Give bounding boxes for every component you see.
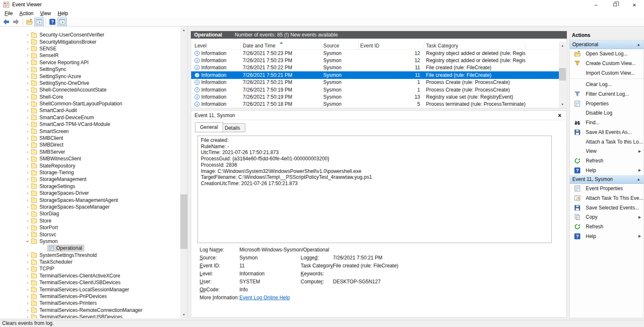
chevron-right-icon[interactable]: ›: [24, 46, 31, 51]
chevron-right-icon[interactable]: ›: [24, 136, 31, 141]
chevron-right-icon[interactable]: ›: [24, 308, 31, 313]
tab-general[interactable]: General: [195, 122, 223, 132]
chevron-down-icon[interactable]: ›: [25, 238, 30, 245]
action-filter-current-log[interactable]: Filter Current Log...: [570, 89, 644, 99]
restore-button[interactable]: [605, 0, 625, 9]
tree-item-storagespaces-driver[interactable]: ›StorageSpaces-Driver: [0, 190, 180, 196]
tree-item-storagemanagement[interactable]: ›StorageManagement: [0, 176, 180, 183]
menu-file[interactable]: File: [1, 10, 16, 17]
chevron-right-icon[interactable]: ›: [24, 294, 31, 299]
menu-action[interactable]: Action: [16, 10, 36, 17]
action-help[interactable]: Help▶: [570, 231, 644, 241]
chevron-right-icon[interactable]: ›: [24, 198, 31, 203]
help-button[interactable]: [48, 18, 57, 26]
chevron-right-icon[interactable]: ›: [24, 232, 31, 237]
chevron-right-icon[interactable]: ›: [24, 115, 31, 120]
tree-item-stordiag[interactable]: ›StorDiag: [0, 210, 180, 217]
tree-item-terminalservices-clientactivexcore[interactable]: ›TerminalServices-ClientActiveXCore: [0, 272, 180, 279]
tree-item-shell-core[interactable]: ›Shell-Core: [0, 94, 180, 100]
column-header-event-id[interactable]: Event ID: [358, 42, 424, 49]
column-header-task-category[interactable]: Task Category: [424, 42, 525, 49]
show-console-tree-button[interactable]: [34, 18, 44, 26]
collapse-icon[interactable]: ▲: [637, 175, 640, 184]
chevron-right-icon[interactable]: ›: [24, 87, 31, 92]
chevron-right-icon[interactable]: ›: [24, 156, 31, 161]
event-row[interactable]: iInformation7/26/2021 7:50:18 PMSysmon5P…: [191, 101, 559, 108]
event-row[interactable]: iInformation7/26/2021 7:50:19 PMSysmon13…: [191, 93, 559, 100]
event-row[interactable]: iInformation7/26/2021 7:50:21 PMSysmon1P…: [191, 79, 559, 86]
action-open-saved-log[interactable]: Open Saved Log...: [570, 49, 644, 59]
chevron-right-icon[interactable]: ›: [24, 204, 31, 209]
column-header-level[interactable]: Level: [193, 42, 241, 49]
tree-item-securitymitigationsbroker[interactable]: ›SecurityMitigationsBroker: [0, 38, 180, 45]
chevron-right-icon[interactable]: ›: [24, 287, 31, 292]
tree-item-store[interactable]: ›Store: [0, 217, 180, 224]
chevron-right-icon[interactable]: ›: [24, 225, 31, 230]
action-view[interactable]: View▶: [570, 146, 644, 156]
tree-item-storagesettings[interactable]: ›StorageSettings: [0, 183, 180, 190]
chevron-right-icon[interactable]: ›: [24, 184, 31, 189]
chevron-right-icon[interactable]: ›: [24, 129, 31, 134]
tree-item-shellcommon-startlayoutpopulation[interactable]: ›ShellCommon-StartLayoutPopulation: [0, 100, 180, 107]
forward-button[interactable]: [11, 18, 21, 26]
tree-item-smartcard-deviceenum[interactable]: ›SmartCard-DeviceEnum: [0, 114, 180, 121]
event-log-online-help-link[interactable]: Event Log Online Help: [239, 294, 290, 302]
tree-item-smartcard-tpm-vcard-module[interactable]: ›SmartCard-TPM-VCard-Module: [0, 121, 180, 128]
details-close-icon[interactable]: ×: [558, 111, 561, 120]
tree-item-systemsettingsthreshold[interactable]: ›SystemSettingsThreshold: [0, 252, 180, 259]
chevron-right-icon[interactable]: ›: [24, 142, 31, 147]
chevron-right-icon[interactable]: ›: [24, 39, 31, 44]
chevron-right-icon[interactable]: ›: [24, 266, 31, 271]
chevron-right-icon[interactable]: ›: [24, 81, 31, 86]
tree-item-terminalservices-clientusbdevices[interactable]: ›TerminalServices-ClientUSBDevices: [0, 279, 180, 286]
event-row[interactable]: iInformation7/26/2021 7:50:19 PMSysmon1P…: [191, 86, 559, 93]
menu-help[interactable]: Help: [55, 10, 72, 17]
chevron-right-icon[interactable]: ›: [24, 314, 31, 318]
tree-item-terminalservices-remoteconnectionmanager[interactable]: ›TerminalServices-RemoteConnectionManage…: [0, 307, 180, 314]
action-attach-task-to-this-eve[interactable]: Attach Task To This Eve...: [570, 194, 644, 203]
action-help[interactable]: Help▶: [570, 165, 644, 175]
action-find[interactable]: Find...: [570, 118, 644, 128]
action-create-custom-view[interactable]: Create Custom View...: [570, 59, 644, 68]
tree-item-storagespaces-managementagent[interactable]: ›StorageSpaces-ManagementAgent: [0, 196, 180, 203]
chevron-right-icon[interactable]: ›: [24, 191, 31, 196]
chevron-right-icon[interactable]: ›: [24, 177, 31, 182]
event-list-scrollbar[interactable]: ▲ ▼: [559, 42, 566, 108]
tree-item-operational[interactable]: ›Operational: [0, 245, 180, 251]
chevron-right-icon[interactable]: ›: [24, 163, 31, 168]
tree-item-taskscheduler[interactable]: ›TaskScheduler: [0, 259, 180, 265]
tree-item-sysmon[interactable]: ›Sysmon: [0, 238, 180, 245]
tree-item-settingsync-onedrive[interactable]: ›SettingSync-OneDrive: [0, 80, 180, 86]
scroll-down-icon[interactable]: ▼: [180, 311, 187, 318]
tree-item-sense[interactable]: ›SENSE: [0, 45, 180, 52]
column-header-date-and-time[interactable]: Date and Time: [241, 42, 322, 49]
tab-details[interactable]: Details: [220, 123, 245, 132]
event-row[interactable]: iInformation7/26/2021 7:50:21 PMSysmon11…: [191, 71, 559, 78]
chevron-right-icon[interactable]: ›: [24, 280, 31, 285]
chevron-right-icon[interactable]: ›: [24, 259, 31, 264]
collapse-icon[interactable]: ▲: [637, 40, 640, 49]
scroll-down-icon[interactable]: ▼: [559, 101, 566, 108]
tree-item-terminalservices-serverusbdevices[interactable]: ›TerminalServices-ServerUSBDevices: [0, 314, 180, 318]
tree-item-storage-tiering[interactable]: ›Storage-Tiering: [0, 169, 180, 176]
tree-item-terminalservices-pnpdevices[interactable]: ›TerminalServices-PnPDevices: [0, 293, 180, 300]
chevron-right-icon[interactable]: ›: [24, 67, 31, 72]
action-refresh[interactable]: Refresh: [570, 156, 644, 166]
event-row[interactable]: iInformation7/26/2021 7:50:23 PMSysmon12…: [191, 57, 559, 64]
scroll-thumb[interactable]: [559, 68, 566, 81]
tree-item-staterepository[interactable]: ›StateRepository: [0, 162, 180, 169]
tree-item-senseir[interactable]: ›SenseIR: [0, 52, 180, 59]
chevron-right-icon[interactable]: ›: [24, 74, 31, 79]
action-properties[interactable]: Properties: [570, 99, 644, 108]
chevron-right-icon[interactable]: ›: [24, 101, 31, 106]
scroll-up-icon[interactable]: ▲: [180, 26, 187, 34]
actions-section-operational[interactable]: Operational▲: [570, 40, 644, 49]
menu-view[interactable]: View: [37, 10, 55, 17]
tree-item-storagespaces-spacemanager[interactable]: ›StorageSpaces-SpaceManager: [0, 204, 180, 210]
action-attach-a-task-to-this-lo[interactable]: Attach a Task To this Lo...: [570, 137, 644, 146]
chevron-right-icon[interactable]: ›: [24, 32, 31, 37]
tree-item-tcpip[interactable]: ›TCPIP: [0, 265, 180, 272]
open-saved-log-button[interactable]: [25, 18, 34, 26]
tree-item-service-reporting-api[interactable]: ›Service Reporting API: [0, 59, 180, 66]
chevron-right-icon[interactable]: ›: [24, 122, 31, 127]
